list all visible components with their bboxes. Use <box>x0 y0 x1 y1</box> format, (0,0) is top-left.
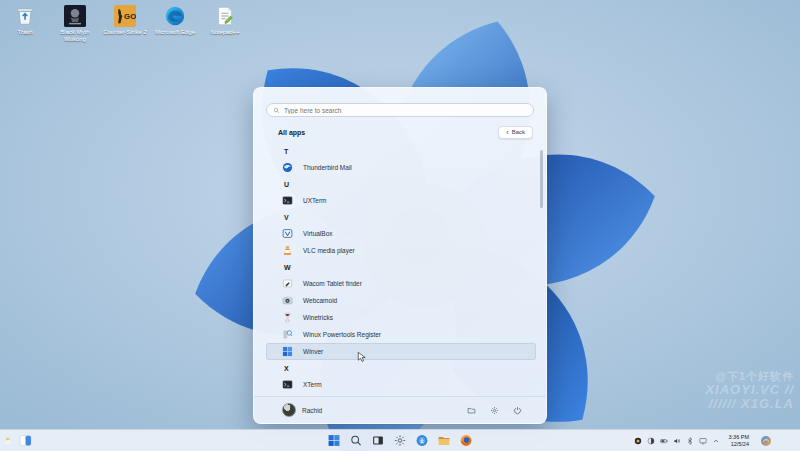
section-header-V[interactable]: V <box>266 209 536 225</box>
taskbar-file-explorer-button[interactable] <box>435 432 454 450</box>
taskbar-search-button[interactable] <box>347 432 366 450</box>
folder-icon[interactable] <box>467 406 476 415</box>
desktop-icon-microsoft-edge[interactable]: Microsoft Edge <box>152 5 198 43</box>
app-label: UXTerm <box>303 197 326 204</box>
taskbar-clock[interactable]: 3:36 PM 12/5/24 <box>729 434 749 447</box>
desktop-icon-label: Counter-Strike 2 <box>103 29 147 36</box>
desktop-icon-trash[interactable]: Trash <box>2 5 48 43</box>
desktop-icon-notepad-plus-plus[interactable]: Notepad++ <box>202 5 248 43</box>
chevron-up-icon[interactable] <box>712 437 720 445</box>
settings-icon <box>394 434 407 447</box>
uxterm-icon <box>282 195 293 206</box>
avatar <box>282 403 296 417</box>
app-row-wacom-tablet-finder[interactable]: Wacom Tablet finder <box>266 275 536 292</box>
taskbar-task-view-button[interactable] <box>369 432 388 450</box>
footer-actions <box>467 406 522 415</box>
vlc-icon <box>282 245 293 256</box>
start-menu: All apps ‹ Back T Thunderbird Mail U UXT… <box>253 87 547 424</box>
app-row-winux-powertools-register[interactable]: Winux Powertools Register <box>266 326 536 343</box>
chevron-left-icon: ‹ <box>506 129 508 136</box>
app-label: Thunderbird Mail <box>303 164 352 171</box>
app-label: Wacom Tablet finder <box>303 280 362 287</box>
search-icon <box>350 434 363 447</box>
task-view-icon <box>372 434 385 447</box>
section-header-U[interactable]: U <box>266 176 536 192</box>
app-label: VirtualBox <box>303 230 333 237</box>
settings-icon[interactable] <box>490 406 499 415</box>
app-label: Winver <box>303 348 323 355</box>
scrollbar-thumb[interactable] <box>540 150 543 208</box>
search-icon <box>273 107 280 114</box>
cast-icon[interactable] <box>699 437 707 445</box>
back-button-label: Back <box>512 129 525 135</box>
app-row-vlc-media-player[interactable]: VLC media player <box>266 242 536 259</box>
file-explorer-icon <box>438 434 451 447</box>
start-menu-footer: Rachid <box>254 396 546 423</box>
app-row-webcamoid[interactable]: Webcamoid <box>266 292 536 309</box>
app-label: VLC media player <box>303 247 355 254</box>
copilot-icon[interactable] <box>760 435 772 447</box>
wacom-icon <box>282 278 293 289</box>
app-row-winver[interactable]: Winver <box>266 343 536 360</box>
all-apps-list: T Thunderbird Mail U UXTerm V VirtualBox… <box>266 143 536 395</box>
desktop-icon-grid: Trash Black Myth Wukong GO Counter-Strik… <box>2 5 248 43</box>
user-profile[interactable]: Rachid <box>282 403 322 417</box>
back-button[interactable]: ‹ Back <box>498 126 533 139</box>
start-icon <box>328 434 341 447</box>
app-row-virtualbox[interactable]: VirtualBox <box>266 225 536 242</box>
app-label: Webcamoid <box>303 297 337 304</box>
app-row-uxterm[interactable]: UXTerm <box>266 192 536 209</box>
volume-icon[interactable] <box>673 437 681 445</box>
desktop-icon-label: Trash <box>17 29 32 36</box>
taskbar-center <box>325 430 476 451</box>
microsoft-edge-icon <box>164 5 186 27</box>
app-label: Winetricks <box>303 314 333 321</box>
clock-date: 12/5/24 <box>729 441 749 447</box>
virtualbox-icon <box>282 228 293 239</box>
winux-powertools-icon <box>282 329 293 340</box>
winetricks-icon <box>282 312 293 323</box>
all-apps-header: All apps ‹ Back <box>278 126 533 138</box>
taskbar-browser-button[interactable] <box>457 432 476 450</box>
desktop-icon-counter-strike-2[interactable]: GO Counter-Strike 2 <box>102 5 148 43</box>
section-header-T[interactable]: T <box>266 143 536 159</box>
half-circle-icon[interactable] <box>647 437 655 445</box>
taskbar-start-button[interactable] <box>325 432 344 450</box>
weather-icon[interactable] <box>4 436 13 445</box>
battery-icon[interactable] <box>660 437 668 445</box>
section-header-W[interactable]: W <box>266 259 536 275</box>
search-input[interactable] <box>284 107 527 114</box>
trash-icon <box>14 5 36 27</box>
desktop-icon-label: Notepad++ <box>210 29 240 36</box>
bluetooth-icon[interactable] <box>686 437 694 445</box>
user-name: Rachid <box>302 407 322 414</box>
section-header-X[interactable]: X <box>266 360 536 376</box>
desktop-icon-label: Microsoft Edge <box>155 29 195 36</box>
thunderbird-icon <box>282 162 293 173</box>
browser-icon <box>460 434 473 447</box>
xterm-icon <box>282 379 293 390</box>
svg-text:GO: GO <box>124 12 136 21</box>
taskbar-settings-button[interactable] <box>391 432 410 450</box>
app-row-thunderbird-mail[interactable]: Thunderbird Mail <box>266 159 536 176</box>
clock-time: 3:36 PM <box>729 434 749 440</box>
app-row-winetricks[interactable]: Winetricks <box>266 309 536 326</box>
power-icon[interactable] <box>513 406 522 415</box>
system-tray: 3:36 PM 12/5/24 <box>634 430 772 451</box>
winver-icon <box>282 346 293 357</box>
software-center-icon <box>416 434 429 447</box>
black-myth-wukong-icon <box>64 5 86 27</box>
widgets-icon[interactable] <box>19 434 32 447</box>
orange-dot-icon[interactable] <box>634 437 642 445</box>
desktop-icon-black-myth-wukong[interactable]: Black Myth Wukong <box>52 5 98 43</box>
taskbar-software-center-button[interactable] <box>413 432 432 450</box>
search-box[interactable] <box>266 103 534 117</box>
counter-strike-2-icon: GO <box>114 5 136 27</box>
app-label: XTerm <box>303 381 322 388</box>
taskbar: 3:36 PM 12/5/24 <box>0 429 800 451</box>
webcamoid-icon <box>282 295 293 306</box>
app-label: Winux Powertools Register <box>303 331 381 338</box>
app-row-xterm[interactable]: XTerm <box>266 376 536 393</box>
tray-icons <box>634 437 720 445</box>
desktop: Trash Black Myth Wukong GO Counter-Strik… <box>0 0 800 451</box>
